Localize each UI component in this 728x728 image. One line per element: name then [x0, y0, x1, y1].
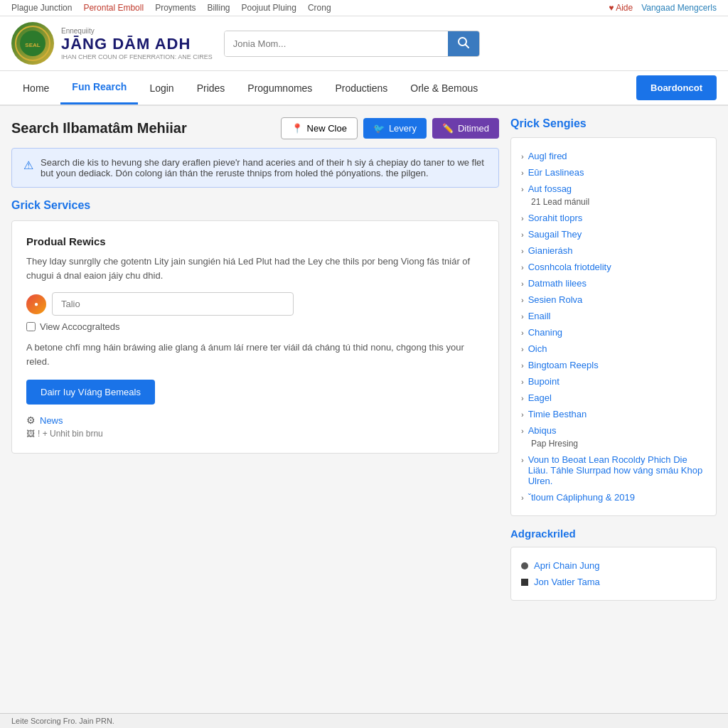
- adgrackriled-title: Adgrackriled: [510, 528, 717, 540]
- card-body-text-1: They lday sunrglly che gotentn Lity jain…: [26, 255, 484, 282]
- top-nav-links: Plague Junction Perontal Emboll Proyment…: [11, 3, 331, 13]
- search-section-header: Search Ilbamatâm Mehiiar 📍 New Cloe 🐦 Le…: [11, 117, 499, 139]
- left-column: Search Ilbamatâm Mehiiar 📍 New Cloe 🐦 Le…: [11, 117, 499, 612]
- header-search-input[interactable]: [225, 31, 448, 56]
- square-icon: [521, 579, 528, 586]
- logo-icon: SEAL: [11, 22, 54, 65]
- adgrackriled-card: Apri Chain JungJon Vatler Tama: [510, 547, 717, 601]
- quick-link-item-0[interactable]: ›Augl fired: [521, 148, 706, 164]
- adg-item-0: Apri Chain Jung: [521, 557, 706, 574]
- chevron-icon: ›: [521, 312, 524, 321]
- nav-item-productiens[interactable]: Productiens: [323, 73, 399, 104]
- chevron-icon: ›: [521, 493, 524, 502]
- svg-text:SEAL: SEAL: [25, 42, 40, 48]
- quick-services-title: Qrick Sengies: [510, 117, 717, 130]
- adg-item-1: Jon Vatler Tama: [521, 574, 706, 590]
- top-link-poojuut-pluing[interactable]: Poojuut Pluing: [242, 3, 296, 13]
- nav-item-progumnomes[interactable]: Progumnomes: [236, 73, 323, 104]
- chevron-icon: ›: [521, 279, 524, 288]
- chevron-icon: ›: [521, 361, 524, 370]
- manage-link[interactable]: Vangaad Mengcerls: [641, 3, 717, 13]
- input-avatar: ●: [26, 294, 46, 314]
- alert-box: ⚠ Search die kis to hevung she dary eraf…: [11, 148, 499, 188]
- quick-services-card: ›Augl fired›Eûr Laslineas›Aut fossag21 L…: [510, 137, 717, 516]
- primary-action-button[interactable]: Dairr Iuy Víáng Bemeals: [26, 380, 155, 405]
- quick-link-item-14[interactable]: ›Eagel: [521, 390, 706, 406]
- nav-bar: Home Fun Rearch Login Prides Progumnomes…: [0, 71, 728, 106]
- chevron-icon: ›: [521, 456, 524, 464]
- image-icon: 🖼: [26, 429, 35, 439]
- quick-link-item-11[interactable]: ›Oich: [521, 341, 706, 357]
- top-link-proyments[interactable]: Proyments: [155, 3, 196, 13]
- nav-item-prides[interactable]: Prides: [186, 73, 237, 104]
- quick-link-item-9[interactable]: ›Enaill: [521, 308, 706, 324]
- quick-link-item-5[interactable]: ›Gianierásh: [521, 242, 706, 259]
- card-body-text-2: A betone chfí mng háin bráwing alie glan…: [26, 341, 484, 368]
- header-search-button[interactable]: [448, 31, 479, 56]
- chevron-icon: ›: [521, 328, 524, 337]
- right-column: Qrick Sengies ›Augl fired›Eûr Laslineas›…: [510, 117, 717, 612]
- top-link-plague-junction[interactable]: Plague Junction: [11, 3, 72, 13]
- chevron-icon: ›: [521, 263, 524, 272]
- chevron-icon: ›: [521, 394, 524, 402]
- chevron-icon: ›: [521, 152, 524, 161]
- header-search-bar: [224, 31, 480, 57]
- grick-services-label: Grick Services: [11, 199, 499, 212]
- quick-link-item-1[interactable]: ›Eûr Laslineas: [521, 164, 706, 181]
- news-link[interactable]: News: [40, 415, 63, 426]
- chevron-icon: ›: [521, 185, 524, 193]
- nav-item-fun-rearch[interactable]: Fun Rearch: [60, 71, 138, 105]
- new-clue-button[interactable]: 📍 New Cloe: [281, 117, 358, 139]
- news-sublink-row: 🖼 ! + Unhit bin brnu: [26, 429, 484, 439]
- header-action-buttons: 📍 New Cloe 🐦 Levery ✏️ Ditimed: [281, 117, 499, 139]
- top-bar-right: ♥ Aide Vangaad Mengcerls: [609, 3, 717, 13]
- aide-link[interactable]: ♥ Aide: [609, 3, 633, 13]
- chevron-icon: ›: [521, 168, 524, 177]
- top-link-crong[interactable]: Crong: [308, 3, 331, 13]
- quick-link-item-15[interactable]: ›Timie Besthan: [521, 406, 706, 422]
- quick-link-item-4[interactable]: ›Saugail They: [521, 226, 706, 242]
- checkbox-row: View Accocgralteds: [26, 321, 484, 332]
- main-content: Search Ilbamatâm Mehiiar 📍 New Cloe 🐦 Le…: [0, 106, 728, 623]
- logo-title: JĀNG DĀM ADH: [61, 35, 213, 53]
- card-title: Produal Rewics: [26, 235, 484, 247]
- nav-item-home[interactable]: Home: [11, 73, 60, 104]
- quick-link-item-8[interactable]: ›Sesien Rolva: [521, 291, 706, 308]
- quick-link-item-10[interactable]: ›Chaning: [521, 324, 706, 341]
- quick-link-item-16[interactable]: ›Abiqus: [521, 422, 706, 439]
- top-link-personal-emboll[interactable]: Perontal Emboll: [83, 3, 144, 13]
- pencil-icon: ✏️: [442, 123, 454, 134]
- input-row: ●: [26, 292, 484, 316]
- quick-link-item-6[interactable]: ›Cosnhcola friotdelity: [521, 259, 706, 275]
- view-accocgralteds-checkbox[interactable]: [26, 322, 36, 331]
- quick-link-item-13[interactable]: ›Bupoint: [521, 373, 706, 390]
- alert-text: Search die kis to hevung she dary erafle…: [41, 157, 487, 178]
- chevron-icon: ›: [521, 214, 524, 223]
- quick-link-item-18[interactable]: ›ˇtloum Cápliphung & 2019: [521, 489, 706, 505]
- nav-item-orle-bemous[interactable]: Orle & Bemous: [399, 73, 489, 104]
- nav-item-login[interactable]: Login: [138, 73, 185, 104]
- quick-link-item-12[interactable]: ›Bingtoam Reepls: [521, 357, 706, 373]
- logo-tagline: IHAN CHER COUN OF FENERRATION: ANE CIRES: [61, 53, 213, 60]
- top-link-billing[interactable]: Billing: [207, 3, 230, 13]
- logo-subtitle: Ennequiity: [61, 27, 213, 35]
- quick-link-item-7[interactable]: ›Datmath lilees: [521, 275, 706, 291]
- chevron-icon: ›: [521, 345, 524, 353]
- news-subtext: ! + Unhit bin brnu: [38, 429, 103, 439]
- header: SEAL Ennequiity JĀNG DĀM ADH IHAN CHER C…: [0, 16, 728, 71]
- pin-icon: 📍: [291, 123, 303, 134]
- talio-input[interactable]: [52, 292, 294, 316]
- alert-icon: ⚠: [23, 159, 33, 178]
- quick-link-item-2[interactable]: ›Aut fossag: [521, 181, 706, 197]
- quick-link-item-17[interactable]: ›Voun to Beoat Lean Rocoldy Phich Die Li…: [521, 451, 706, 489]
- produal-rewics-card: Produal Rewics They lday sunrglly che go…: [11, 220, 499, 454]
- defined-button[interactable]: ✏️ Ditimed: [432, 118, 499, 139]
- logo-text-block: Ennequiity JĀNG DĀM ADH IHAN CHER COUN O…: [61, 27, 213, 60]
- nav-right: Boardoncot: [636, 75, 717, 100]
- quick-link-sub-16: Pap Hresing: [521, 439, 706, 449]
- quick-link-item-3[interactable]: ›Sorahit tloprs: [521, 210, 706, 226]
- dashboard-button[interactable]: Boardoncot: [636, 75, 717, 100]
- levery-button[interactable]: 🐦 Levery: [363, 118, 427, 139]
- chevron-icon: ›: [521, 230, 524, 239]
- news-icon: ⚙: [26, 414, 36, 426]
